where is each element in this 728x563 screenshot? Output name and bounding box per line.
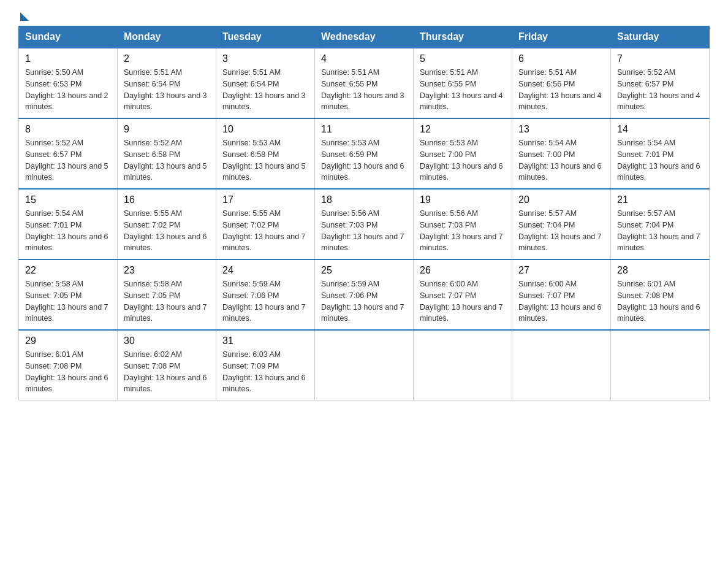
calendar-cell: 6 Sunrise: 5:51 AMSunset: 6:56 PMDayligh… [512,48,611,118]
day-info: Sunrise: 6:01 AMSunset: 7:08 PMDaylight:… [617,278,703,324]
calendar-header-saturday: Saturday [611,26,710,48]
calendar-cell: 16 Sunrise: 5:55 AMSunset: 7:02 PMDaylig… [118,189,216,259]
calendar-cell: 7 Sunrise: 5:52 AMSunset: 6:57 PMDayligh… [611,48,710,118]
calendar-cell: 20 Sunrise: 5:57 AMSunset: 7:04 PMDaylig… [512,189,611,259]
calendar-cell: 5 Sunrise: 5:51 AMSunset: 6:55 PMDayligh… [414,48,512,118]
calendar-cell [512,330,611,400]
day-number: 7 [617,53,703,64]
day-number: 9 [124,124,210,135]
calendar-header-thursday: Thursday [414,26,512,48]
calendar-cell: 22 Sunrise: 5:58 AMSunset: 7:05 PMDaylig… [19,259,118,330]
day-number: 29 [25,335,111,347]
day-info: Sunrise: 5:59 AMSunset: 7:06 PMDaylight:… [222,278,308,324]
day-info: Sunrise: 6:01 AMSunset: 7:08 PMDaylight:… [25,349,111,395]
calendar-cell: 21 Sunrise: 5:57 AMSunset: 7:04 PMDaylig… [611,189,710,259]
day-number: 28 [617,265,703,276]
calendar-cell: 1 Sunrise: 5:50 AMSunset: 6:53 PMDayligh… [19,48,118,118]
day-number: 4 [321,53,407,64]
calendar-cell [414,330,512,400]
day-number: 18 [321,194,407,205]
day-number: 12 [420,124,506,135]
day-info: Sunrise: 5:51 AMSunset: 6:54 PMDaylight:… [222,67,308,113]
day-info: Sunrise: 5:53 AMSunset: 6:59 PMDaylight:… [321,137,407,183]
day-info: Sunrise: 5:51 AMSunset: 6:55 PMDaylight:… [420,67,506,113]
calendar-cell: 3 Sunrise: 5:51 AMSunset: 6:54 PMDayligh… [216,48,315,118]
day-number: 27 [518,265,604,276]
day-info: Sunrise: 5:56 AMSunset: 7:03 PMDaylight:… [321,208,407,254]
calendar-header-wednesday: Wednesday [315,26,414,48]
day-number: 20 [518,194,604,205]
day-info: Sunrise: 5:57 AMSunset: 7:04 PMDaylight:… [518,208,604,254]
calendar-cell: 9 Sunrise: 5:52 AMSunset: 6:58 PMDayligh… [118,118,216,189]
logo-triangle-icon [20,12,29,21]
calendar-cell: 13 Sunrise: 5:54 AMSunset: 7:00 PMDaylig… [512,118,611,189]
calendar-cell: 18 Sunrise: 5:56 AMSunset: 7:03 PMDaylig… [315,189,414,259]
day-number: 5 [420,53,506,64]
day-info: Sunrise: 5:51 AMSunset: 6:55 PMDaylight:… [321,67,407,113]
day-number: 10 [222,124,308,135]
day-number: 14 [617,124,703,135]
calendar-cell: 14 Sunrise: 5:54 AMSunset: 7:01 PMDaylig… [611,118,710,189]
calendar-header-monday: Monday [118,26,216,48]
calendar-cell: 10 Sunrise: 5:53 AMSunset: 6:58 PMDaylig… [216,118,315,189]
calendar-cell: 19 Sunrise: 5:56 AMSunset: 7:03 PMDaylig… [414,189,512,259]
calendar-week-2: 8 Sunrise: 5:52 AMSunset: 6:57 PMDayligh… [19,118,710,189]
day-number: 1 [25,53,111,64]
day-number: 8 [25,124,111,135]
day-number: 19 [420,194,506,205]
calendar-cell: 30 Sunrise: 6:02 AMSunset: 7:08 PMDaylig… [118,330,216,400]
calendar-header-row: SundayMondayTuesdayWednesdayThursdayFrid… [19,26,710,48]
day-info: Sunrise: 5:55 AMSunset: 7:02 PMDaylight:… [124,208,210,254]
calendar-cell: 29 Sunrise: 6:01 AMSunset: 7:08 PMDaylig… [19,330,118,400]
day-info: Sunrise: 5:58 AMSunset: 7:05 PMDaylight:… [25,278,111,324]
day-info: Sunrise: 5:51 AMSunset: 6:56 PMDaylight:… [518,67,604,113]
day-number: 23 [124,265,210,276]
day-number: 16 [124,194,210,205]
day-info: Sunrise: 5:54 AMSunset: 7:00 PMDaylight:… [518,137,604,183]
day-info: Sunrise: 5:52 AMSunset: 6:58 PMDaylight:… [124,137,210,183]
calendar-cell: 12 Sunrise: 5:53 AMSunset: 7:00 PMDaylig… [414,118,512,189]
calendar-cell: 27 Sunrise: 6:00 AMSunset: 7:07 PMDaylig… [512,259,611,330]
day-number: 13 [518,124,604,135]
calendar-cell: 25 Sunrise: 5:59 AMSunset: 7:06 PMDaylig… [315,259,414,330]
day-info: Sunrise: 6:00 AMSunset: 7:07 PMDaylight:… [518,278,604,324]
day-number: 17 [222,194,308,205]
calendar-cell: 28 Sunrise: 6:01 AMSunset: 7:08 PMDaylig… [611,259,710,330]
day-info: Sunrise: 5:52 AMSunset: 6:57 PMDaylight:… [25,137,111,183]
logo [18,12,29,20]
calendar-cell: 17 Sunrise: 5:55 AMSunset: 7:02 PMDaylig… [216,189,315,259]
day-info: Sunrise: 6:03 AMSunset: 7:09 PMDaylight:… [222,349,308,395]
calendar-header-friday: Friday [512,26,611,48]
calendar-week-1: 1 Sunrise: 5:50 AMSunset: 6:53 PMDayligh… [19,48,710,118]
day-number: 21 [617,194,703,205]
calendar-week-5: 29 Sunrise: 6:01 AMSunset: 7:08 PMDaylig… [19,330,710,400]
day-info: Sunrise: 5:55 AMSunset: 7:02 PMDaylight:… [222,208,308,254]
day-info: Sunrise: 5:53 AMSunset: 7:00 PMDaylight:… [420,137,506,183]
page-header [18,12,710,20]
calendar-cell: 11 Sunrise: 5:53 AMSunset: 6:59 PMDaylig… [315,118,414,189]
calendar-cell: 2 Sunrise: 5:51 AMSunset: 6:54 PMDayligh… [118,48,216,118]
calendar-cell [611,330,710,400]
day-number: 25 [321,265,407,276]
calendar-cell: 23 Sunrise: 5:58 AMSunset: 7:05 PMDaylig… [118,259,216,330]
day-info: Sunrise: 5:54 AMSunset: 7:01 PMDaylight:… [617,137,703,183]
day-number: 11 [321,124,407,135]
day-info: Sunrise: 5:51 AMSunset: 6:54 PMDaylight:… [124,67,210,113]
calendar-week-3: 15 Sunrise: 5:54 AMSunset: 7:01 PMDaylig… [19,189,710,259]
calendar-header-tuesday: Tuesday [216,26,315,48]
day-number: 26 [420,265,506,276]
day-number: 24 [222,265,308,276]
day-info: Sunrise: 5:53 AMSunset: 6:58 PMDaylight:… [222,137,308,183]
day-number: 3 [222,53,308,64]
day-info: Sunrise: 5:56 AMSunset: 7:03 PMDaylight:… [420,208,506,254]
calendar-cell [315,330,414,400]
calendar-cell: 8 Sunrise: 5:52 AMSunset: 6:57 PMDayligh… [19,118,118,189]
calendar-cell: 26 Sunrise: 6:00 AMSunset: 7:07 PMDaylig… [414,259,512,330]
day-number: 15 [25,194,111,205]
calendar-header-sunday: Sunday [19,26,118,48]
day-number: 2 [124,53,210,64]
calendar-cell: 24 Sunrise: 5:59 AMSunset: 7:06 PMDaylig… [216,259,315,330]
day-number: 22 [25,265,111,276]
day-info: Sunrise: 5:57 AMSunset: 7:04 PMDaylight:… [617,208,703,254]
day-number: 6 [518,53,604,64]
